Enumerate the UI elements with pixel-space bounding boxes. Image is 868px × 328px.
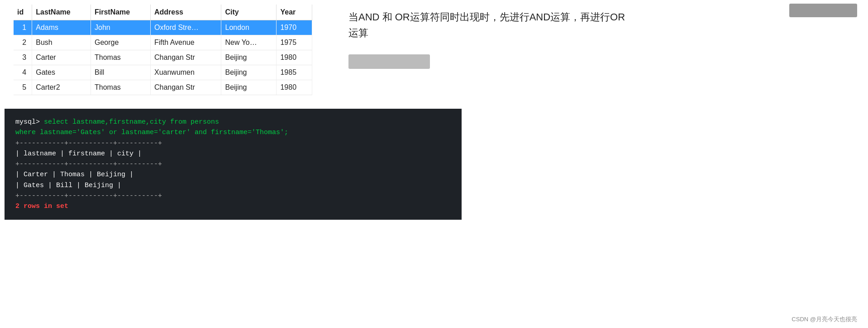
table-cell-firstname: John	[91, 20, 150, 35]
table-cell-year: 1980	[277, 50, 312, 65]
terminal-divider2: +-----------+-----------+----------+	[15, 159, 451, 169]
table-cell-year: 1985	[277, 65, 312, 80]
terminal-command-line1: mysql> select lastname,firstname,city fr…	[15, 117, 451, 127]
terminal-data-row: | Gates | Bill | Beijing |	[15, 180, 451, 191]
table-cell-lastname: Carter2	[32, 80, 91, 95]
table-row[interactable]: 2BushGeorgeFifth AvenueNew Yo…1975	[14, 35, 312, 50]
note-text: 当AND 和 OR运算符同时出现时，先进行AND运算，再进行OR运算	[348, 9, 629, 41]
table-row[interactable]: 5Carter2ThomasChangan StrBeijing1980	[14, 80, 312, 95]
table-cell-address: Fifth Avenue	[150, 35, 221, 50]
col-header-city: City	[221, 5, 277, 20]
table-cell-id: 3	[14, 50, 32, 65]
table-cell-id: 1	[14, 20, 32, 35]
table-cell-lastname: Carter	[32, 50, 91, 65]
table-cell-city: London	[221, 20, 277, 35]
col-header-year: Year	[277, 5, 312, 20]
table-cell-address: Oxford Stre…	[150, 20, 221, 35]
terminal-command-line2: where lastname='Gates' or lastname='cart…	[15, 127, 451, 138]
table-cell-lastname: Adams	[32, 20, 91, 35]
table-row[interactable]: 4GatesBillXuanwumenBeijing1985	[14, 65, 312, 80]
table-cell-city: Beijing	[221, 80, 277, 95]
top-section: id LastName FirstName Address City Year …	[0, 5, 868, 95]
table-cell-year: 1970	[277, 20, 312, 35]
table-cell-address: Xuanwumen	[150, 65, 221, 80]
terminal-data-rows: | Carter | Thomas | Beijing || Gates | B…	[15, 169, 451, 191]
table-row[interactable]: 3CarterThomasChangan StrBeijing1980	[14, 50, 312, 65]
table-cell-lastname: Gates	[32, 65, 91, 80]
table-cell-id: 5	[14, 80, 32, 95]
table-cell-id: 2	[14, 35, 32, 50]
table-container: id LastName FirstName Address City Year …	[14, 5, 321, 95]
note-button[interactable]	[348, 54, 430, 69]
table-cell-firstname: Bill	[91, 65, 150, 80]
persons-table: id LastName FirstName Address City Year …	[14, 5, 312, 95]
col-header-address: Address	[150, 5, 221, 20]
footer-credit: CSDN @月亮今天也很亮	[792, 315, 857, 323]
table-cell-firstname: George	[91, 35, 150, 50]
table-header-row: id LastName FirstName Address City Year	[14, 5, 312, 20]
terminal-divider1: +-----------+-----------+----------+	[15, 138, 451, 149]
col-header-firstname: FirstName	[91, 5, 150, 20]
table-cell-city: Beijing	[221, 65, 277, 80]
terminal-divider3: +-----------+-----------+----------+	[15, 191, 451, 201]
terminal-prompt: mysql>	[15, 118, 40, 126]
table-cell-city: New Yo…	[221, 35, 277, 50]
table-cell-firstname: Thomas	[91, 80, 150, 95]
table-cell-lastname: Bush	[32, 35, 91, 50]
table-cell-firstname: Thomas	[91, 50, 150, 65]
table-cell-year: 1980	[277, 80, 312, 95]
terminal-data-row: | Carter | Thomas | Beijing |	[15, 169, 451, 180]
top-right-button[interactable]	[789, 4, 857, 17]
col-header-id: id	[14, 5, 32, 20]
note-area: 当AND 和 OR运算符同时出现时，先进行AND运算，再进行OR运算	[348, 5, 854, 69]
table-cell-address: Changan Str	[150, 80, 221, 95]
terminal-header: | lastname | firstname | city |	[15, 149, 451, 159]
table-cell-id: 4	[14, 65, 32, 80]
terminal-section: mysql> select lastname,firstname,city fr…	[5, 109, 462, 220]
terminal-summary: 2 rows in set	[15, 201, 451, 212]
table-cell-address: Changan Str	[150, 50, 221, 65]
terminal-cmd-select: select lastname,firstname,city from pers…	[40, 118, 219, 126]
table-cell-year: 1975	[277, 35, 312, 50]
col-header-lastname: LastName	[32, 5, 91, 20]
table-row[interactable]: 1AdamsJohnOxford Stre…London1970	[14, 20, 312, 35]
table-cell-city: Beijing	[221, 50, 277, 65]
